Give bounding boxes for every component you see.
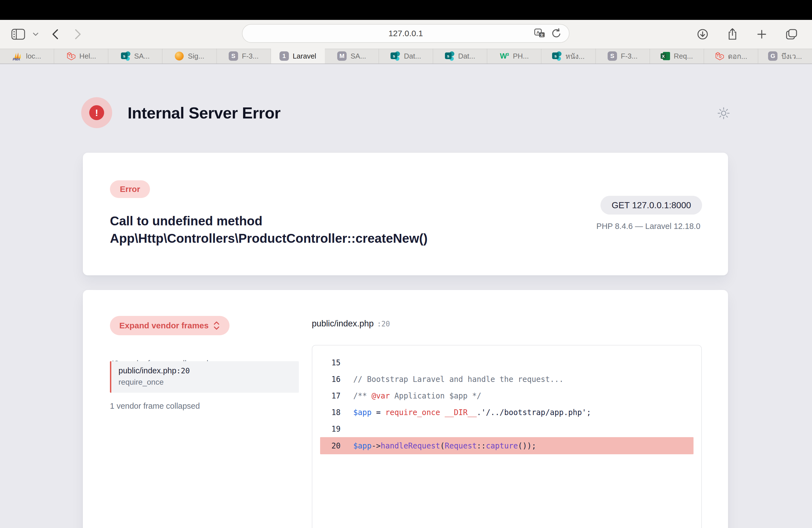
orange-globe-icon [175,52,184,61]
tab-bar: PMAloc...Hel...sSA...Sig...SF-3...1Larav… [0,48,812,64]
browser-tab[interactable]: Gบึงเว... [758,48,812,63]
tab-label: Dat... [404,52,421,60]
code-token: // Bootstrap Laravel and handle the requ… [353,375,564,384]
code-line: 16// Bootstrap Laravel and handle the re… [320,371,694,387]
address-bar[interactable]: 127.0.0.1 A 文 [242,24,569,43]
expand-vendor-frames-label: Expand vendor frames [119,321,208,330]
browser-tab[interactable]: PMAloc... [0,48,54,63]
code-snippet-box: 1516// Bootstrap Laravel and handle the … [312,345,702,528]
phpmyadmin-icon: PMA [13,52,22,61]
code-text: $app->handleRequest(Request::capture()); [353,441,536,450]
menu-bar-strip [0,0,812,20]
browser-tab[interactable]: W3PH... [487,48,541,63]
code-token: /** [353,391,372,400]
line-number: 18 [320,408,340,417]
laravel-error-page: ! Internal Server Error Error Call to un… [0,64,812,528]
code-token: $app [353,408,372,417]
exception-summary-card: Error Call to undefined method App\Http\… [83,153,728,275]
tab-label: loc... [26,52,41,60]
sidebar-toggle-icon[interactable] [11,28,25,40]
line-number: 19 [320,424,340,433]
browser-tab[interactable]: SF-3... [596,48,650,63]
line-number: 17 [320,391,340,400]
chevron-up-down-icon [213,321,220,330]
laravel-icon [714,52,724,61]
site-letter-icon: S [229,52,238,61]
w3schools-icon: W3 [499,52,509,61]
code-text: /** @var Application $app */ [353,391,481,400]
code-token: Application $app */ [390,391,481,400]
excel-icon: X [661,52,670,61]
tab-label: SA... [350,52,366,60]
line-number: 20 [320,441,340,450]
site-letter-icon: 1 [279,52,289,61]
exception-message-line1: Call to undefined method [110,212,579,230]
code-token: require_once [385,408,440,417]
browser-tab[interactable]: MSA... [325,48,379,63]
tab-label: Sig... [188,52,204,60]
site-letter-icon: M [337,52,347,61]
error-type-badge: Error [110,180,150,198]
line-number: 15 [320,358,340,367]
browser-tab[interactable]: sSA... [108,48,162,63]
code-token: -> [372,441,381,450]
expand-vendor-frames-button[interactable]: Expand vendor frames [110,316,230,335]
laravel-icon [66,52,75,61]
tab-label: F-3... [242,52,259,60]
browser-tab[interactable]: SF-3... [217,48,271,63]
reload-icon[interactable] [551,28,562,39]
page-title: Internal Server Error [128,104,280,122]
theme-sun-icon[interactable] [716,106,731,120]
tab-label: ดอก... [728,50,747,62]
back-icon[interactable] [51,28,59,40]
share-icon[interactable] [727,28,738,41]
code-line: 15 [320,354,694,371]
downloads-icon[interactable] [697,28,709,40]
code-line-highlighted: 20$app->handleRequest(Request::capture()… [320,437,694,454]
code-text: // Bootstrap Laravel and handle the requ… [353,375,564,384]
browser-tab-active[interactable]: 1Laravel [271,48,325,63]
browser-tab[interactable]: sDat... [433,48,487,63]
browser-tab[interactable]: Hel... [54,48,108,63]
line-number: 16 [320,375,340,384]
code-token [440,408,445,417]
tab-label: PH... [513,52,529,60]
tab-label: Req... [674,52,693,60]
sidebar-chevron-down-icon[interactable] [33,32,39,36]
browser-tab[interactable]: sหนัง... [541,48,595,63]
code-token: :: [477,441,486,450]
php-laravel-versions: PHP 8.4.6 — Laravel 12.18.0 [596,222,700,231]
browser-tab[interactable]: XReq... [650,48,704,63]
browser-tab[interactable]: ดอก... [704,48,758,63]
forward-icon[interactable] [74,28,82,40]
code-token: __DIR__ [445,408,477,417]
code-line: 17/** @var Application $app */ [320,387,694,404]
code-token: Request [445,441,477,450]
code-token: @var [372,391,390,400]
site-letter-icon: G [768,52,778,61]
tab-label: F-3... [621,52,638,60]
browser-tab[interactable]: sDat... [379,48,433,63]
tab-label: Laravel [293,52,316,60]
stack-frame-caller: require_once [118,378,299,386]
sharepoint-icon: s [552,52,562,61]
vendor-frames-collapsed-bottom: 1 vendor frame collapsed [110,401,200,411]
code-token: = [372,408,385,417]
svg-text:文: 文 [540,33,543,37]
tab-overview-icon[interactable] [785,28,798,40]
sharepoint-icon: s [391,52,400,61]
stack-frame-item[interactable]: public/index.php:20 require_once [110,361,299,393]
code-line: 19 [320,421,694,437]
request-method-badge: GET 127.0.0.1:8000 [600,196,702,215]
sharepoint-icon: s [445,52,454,61]
translate-icon[interactable]: A 文 [534,28,545,39]
tab-label: SA... [134,52,150,60]
exception-message-line2: App\Http\Controllers\ProductController::… [110,230,579,247]
browser-tab[interactable]: Sig... [162,48,217,63]
stack-trace-card: Expand vendor frames 49 vendor frames co… [83,290,728,528]
tab-label: หนัง... [565,50,584,62]
url-text: 127.0.0.1 [388,29,423,38]
tab-label: Dat... [458,52,475,60]
new-tab-icon[interactable] [756,29,767,40]
sharepoint-icon: s [121,52,130,61]
